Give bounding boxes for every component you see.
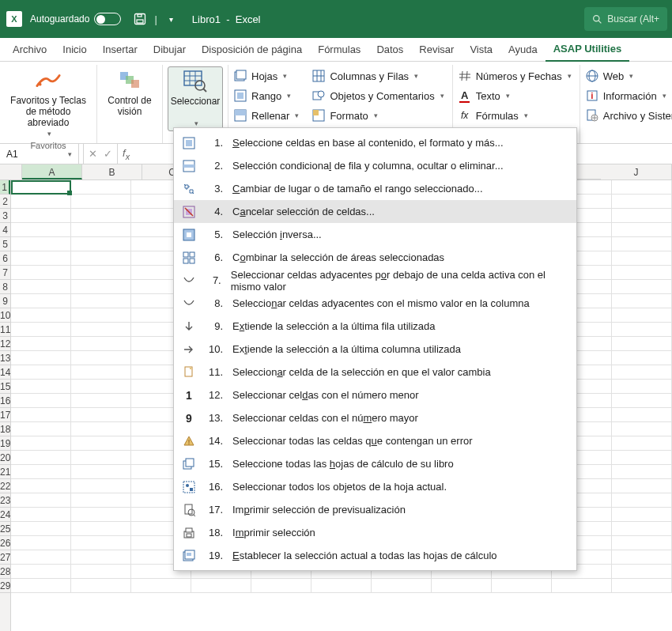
- cell[interactable]: [11, 195, 71, 209]
- cell[interactable]: [11, 394, 71, 408]
- favorites-button[interactable]: Favoritos y Teclas de método abreviado ▾: [5, 66, 92, 141]
- cell[interactable]: [492, 579, 552, 593]
- menu-item-5[interactable]: 5.Selección inversa...: [174, 223, 576, 246]
- column-header[interactable]: A: [22, 164, 82, 179]
- cell[interactable]: [612, 280, 672, 294]
- cell[interactable]: [71, 408, 131, 422]
- menu-item-14[interactable]: !14.Seleccionar todas las celdas que con…: [174, 429, 576, 452]
- ribbon-tab-f-rmulas[interactable]: Fórmulas: [310, 38, 368, 62]
- ribbon-tab-insertar[interactable]: Insertar: [95, 38, 145, 62]
- menu-item-2[interactable]: 2.Selección condicional de fila y column…: [174, 154, 576, 177]
- cell[interactable]: [71, 465, 131, 479]
- cell[interactable]: [71, 180, 131, 195]
- columnas-filas-button[interactable]: Columnas y Filas▾: [310, 66, 448, 85]
- cell[interactable]: [372, 579, 432, 593]
- row-header[interactable]: 13: [0, 351, 10, 365]
- row-header[interactable]: 21: [0, 465, 10, 479]
- objetos-button[interactable]: Objetos y Comentarios▾: [310, 86, 448, 105]
- cell[interactable]: [71, 550, 131, 565]
- cell[interactable]: [71, 280, 131, 294]
- ribbon-tab-datos[interactable]: Datos: [368, 38, 411, 62]
- menu-item-16[interactable]: 16.Seleccionar todos los objetos de la h…: [174, 475, 576, 498]
- row-header[interactable]: 15: [0, 380, 10, 394]
- menu-item-15[interactable]: 15.Seleccione todas las hojas de cálculo…: [174, 452, 576, 475]
- cell[interactable]: [432, 579, 492, 593]
- cell[interactable]: [612, 550, 672, 565]
- row-header[interactable]: 23: [0, 493, 10, 508]
- cell[interactable]: [11, 422, 71, 436]
- cell[interactable]: [612, 365, 672, 380]
- row-header[interactable]: 12: [0, 337, 10, 351]
- cell[interactable]: [71, 565, 131, 579]
- cell[interactable]: [11, 280, 71, 294]
- informacion-button[interactable]: iInformación▾: [583, 86, 672, 105]
- cell[interactable]: [11, 550, 71, 565]
- cell[interactable]: [71, 323, 131, 337]
- cell[interactable]: [71, 266, 131, 280]
- cell[interactable]: [11, 223, 71, 237]
- save-icon[interactable]: [133, 12, 147, 26]
- row-header[interactable]: 10: [0, 308, 10, 323]
- cell[interactable]: [11, 436, 71, 451]
- cell[interactable]: [11, 351, 71, 365]
- cell[interactable]: [612, 337, 672, 351]
- cell[interactable]: [71, 451, 131, 465]
- row-header[interactable]: 26: [0, 536, 10, 550]
- formulas-button[interactable]: fxFórmulas▾: [456, 106, 576, 125]
- menu-item-3[interactable]: 3.Cambiar de lugar o de tamaño el rango …: [174, 177, 576, 200]
- cell[interactable]: [612, 223, 672, 237]
- row-header[interactable]: 17: [0, 408, 10, 422]
- menu-item-18[interactable]: 18.Imprimir selección: [174, 521, 576, 544]
- archivo-sistema-button[interactable]: Archivo y Sistema: [583, 106, 672, 125]
- ribbon-tab-ayuda[interactable]: Ayuda: [500, 38, 546, 62]
- rellenar-button[interactable]: Rellenar▾: [232, 106, 304, 125]
- cell[interactable]: [612, 394, 672, 408]
- cell[interactable]: [612, 536, 672, 550]
- row-header[interactable]: 14: [0, 365, 10, 380]
- cell[interactable]: [71, 380, 131, 394]
- cell[interactable]: [71, 294, 131, 308]
- row-header[interactable]: 27: [0, 550, 10, 565]
- cell[interactable]: [612, 508, 672, 522]
- cell[interactable]: [612, 522, 672, 536]
- row-header[interactable]: 11: [0, 323, 10, 337]
- menu-item-4[interactable]: 4.Cancelar selección de celdas...: [174, 200, 576, 223]
- cell[interactable]: [612, 180, 672, 195]
- menu-item-8[interactable]: 8.Seleccionar celdas adyacentes con el m…: [174, 292, 576, 315]
- menu-item-10[interactable]: 10.Extiende la selección a la última col…: [174, 338, 576, 361]
- cell[interactable]: [612, 251, 672, 266]
- ribbon-tab-revisar[interactable]: Revisar: [411, 38, 462, 62]
- menu-item-13[interactable]: 913.Seleccionar celdas con el número may…: [174, 406, 576, 429]
- column-header[interactable]: J: [601, 164, 672, 179]
- hojas-button[interactable]: Hojas▾: [232, 66, 304, 85]
- cell[interactable]: [612, 237, 672, 251]
- rango-button[interactable]: Rango▾: [232, 86, 304, 105]
- cell[interactable]: [11, 365, 71, 380]
- row-header[interactable]: 25: [0, 522, 10, 536]
- cell[interactable]: [11, 579, 71, 593]
- menu-item-19[interactable]: 19.Establecer la selección actual a toda…: [174, 544, 576, 567]
- cell[interactable]: [71, 579, 131, 593]
- cell[interactable]: [71, 308, 131, 323]
- menu-item-12[interactable]: 112.Seleccionar celdas con el número men…: [174, 384, 576, 406]
- cell[interactable]: [11, 323, 71, 337]
- cell[interactable]: [71, 365, 131, 380]
- cell[interactable]: [612, 451, 672, 465]
- cell[interactable]: [71, 209, 131, 223]
- cell[interactable]: [11, 294, 71, 308]
- cell[interactable]: [71, 337, 131, 351]
- cell[interactable]: [11, 522, 71, 536]
- name-box[interactable]: A1 ▾: [0, 144, 79, 164]
- cell[interactable]: [612, 493, 672, 508]
- ribbon-tab-inicio[interactable]: Inicio: [55, 38, 94, 62]
- texto-button[interactable]: ATexto▾: [456, 86, 576, 105]
- menu-item-6[interactable]: 6.Combinar la selección de áreas selecci…: [174, 246, 576, 269]
- cell[interactable]: [11, 508, 71, 522]
- cell[interactable]: [71, 195, 131, 209]
- customize-qat-icon[interactable]: ▾: [164, 12, 179, 26]
- cell[interactable]: [612, 436, 672, 451]
- ribbon-tab-vista[interactable]: Vista: [462, 38, 500, 62]
- cell[interactable]: [552, 579, 612, 593]
- cell[interactable]: [251, 579, 311, 593]
- cell[interactable]: [11, 237, 71, 251]
